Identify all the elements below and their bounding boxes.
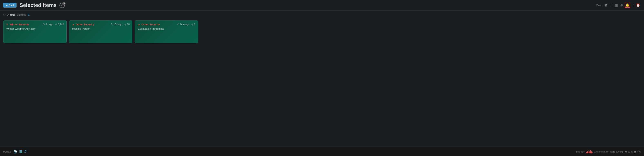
clock-view-icon[interactable]: ⏰ [636,3,641,8]
bottom-bar: Panels: 📡 ☰ ⏱ 1mo ago 1mo from now Fit t… [0,147,644,156]
card-1-header: ✳ Winter Weather ⏱ 4h ago ◎ 5,740 [6,23,64,26]
fit-hour[interactable]: H [634,150,636,153]
header-badge: ⊙ 3 [60,3,65,8]
badge-count: 3 [62,2,66,5]
card-1-body: Winter Weather Advisory [6,27,64,30]
card-2-title: Other Security [76,23,109,26]
fit-week[interactable]: W [628,150,630,153]
card-3-count: ◎ 2 [192,23,196,26]
page-title: Selected Items [20,2,56,9]
card-3-header: ☁ Other Security ⏱ 1mo ago ◎ 2 [138,23,196,26]
count-icon-2: ◎ [124,23,126,26]
time-ago-label: 1mo ago [576,150,584,153]
card-3-body: Evacuation Immediate [138,27,196,30]
card-2-count: ◎ 10 [124,23,130,26]
view-icons-container: ⊞ ☰ ▦ ⊕ 🔔 ♪ ⏰ [604,3,641,8]
header: ◄ Back Selected Items ⊙ 3 View: ⊞ ☰ ▦ ⊕ … [0,0,644,11]
time-from-now-label: 1mo from now [594,150,608,153]
card-1-time: ⏱ 4h ago [43,23,53,26]
panels-label: Panels: [3,150,12,153]
alert-card-3[interactable]: ☁ Other Security ⏱ 1mo ago ◎ 2 Evacuatio… [135,21,198,43]
feed-panel-icon[interactable]: 📡 [14,150,18,153]
card-2-body: Missing Person [72,27,130,30]
alert-card-1[interactable]: ✳ Winter Weather ⏱ 4h ago ◎ 5,740 Winter… [3,21,66,43]
clock-icon-3: ⏱ [177,23,179,26]
alerts-section-icon: ⊙ [3,13,6,16]
count-icon-3: ◎ [192,23,194,26]
clock-icon-2: ⏱ [110,23,113,26]
alerts-count: 3 items [17,13,26,16]
card-2-meta: ⏱ 16d ago ◎ 10 [110,23,130,26]
card-2-type-icon: ☁ [72,23,74,26]
card-2-header: ☁ Other Security ⏱ 16d ago ◎ 10 [72,23,130,26]
fit-label: Fit to current: [610,150,623,153]
feed-view-icon[interactable]: ♪ [631,3,634,8]
clock-icon-1: ⏱ [43,23,45,26]
table-view-icon[interactable]: ▦ [614,3,618,8]
card-1-meta: ⏱ 4h ago ◎ 5,740 [43,23,64,26]
list-panel-icon[interactable]: ☰ [19,150,22,153]
grid-view-icon[interactable]: ⊞ [604,3,608,8]
fit-day[interactable]: D [631,150,633,153]
count-icon-1: ◎ [55,23,57,26]
card-1-count: ◎ 5,740 [55,23,64,26]
bottom-time-area: 1mo ago 1mo from now Fit to current: M W… [576,150,641,153]
list-view-icon[interactable]: ☰ [609,3,613,8]
card-3-type-icon: ☁ [138,23,140,26]
card-2-time: ⏱ 16d ago [110,23,122,26]
fit-options: M W D H [625,150,636,153]
card-3-title: Other Security [142,23,176,26]
map-view-icon[interactable]: ⊕ [620,3,624,8]
alerts-section-label: Alerts [7,13,16,16]
card-3-time: ⏱ 1mo ago [177,23,190,26]
alerts-bar: ⊙ Alerts 3 items ⇅ [0,11,644,19]
back-button[interactable]: ◄ Back [3,3,16,8]
alert-view-icon[interactable]: 🔔 [625,3,630,8]
history-panel-icon[interactable]: ⏱ [24,150,27,153]
card-1-title: Winter Weather [10,23,42,26]
view-label: View: [596,4,602,7]
card-3-meta: ⏱ 1mo ago ◎ 2 [177,23,196,26]
card-1-type-icon: ✳ [6,23,8,26]
time-bar-mini [586,150,592,153]
fit-month[interactable]: M [625,150,627,153]
alert-card-2[interactable]: ☁ Other Security ⏱ 16d ago ◎ 10 Missing … [69,21,132,43]
sort-icon[interactable]: ⇅ [27,13,30,16]
cards-area: ✳ Winter Weather ⏱ 4h ago ◎ 5,740 Winter… [0,19,644,147]
help-icon[interactable]: ? [638,150,641,153]
